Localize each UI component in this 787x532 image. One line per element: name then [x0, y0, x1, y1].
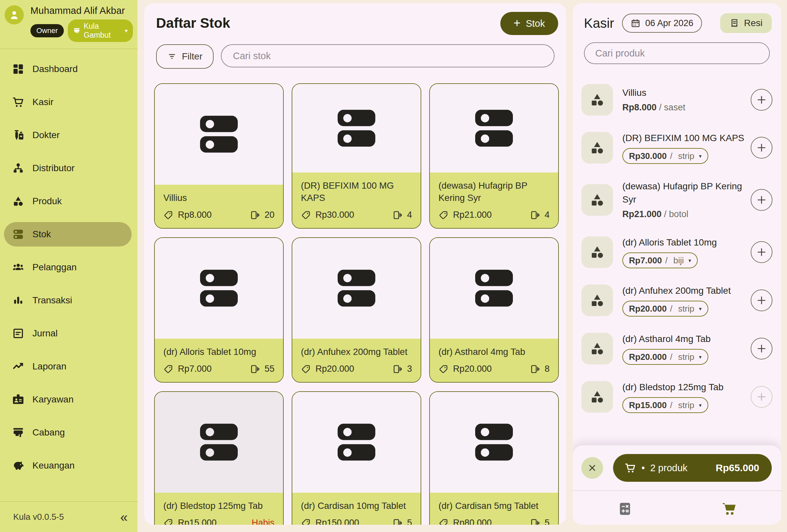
tab-cart[interactable] [677, 501, 781, 517]
unit-selector-chip[interactable]: Rp7.000 / biji ▾ [622, 252, 698, 268]
app-version: Kula v0.0.5-5 [13, 512, 64, 522]
add-to-cart-button[interactable] [751, 189, 772, 211]
cart-icon [721, 501, 737, 517]
stock-count-icon [250, 210, 260, 220]
sidebar-item-kasir[interactable]: Kasir [0, 86, 137, 119]
sidebar-item-keuangan[interactable]: Keuangan [0, 449, 137, 482]
cart-summary-button[interactable]: • 2 produk Rp65.000 [613, 454, 772, 482]
stock-card[interactable]: (dr) Alloris Tablet 10mg Rp7.000 55 [154, 237, 284, 383]
stock-card[interactable]: Villius Rp8.000 20 [154, 83, 284, 229]
bullet: • [641, 463, 645, 473]
stock-panel: Daftar Stok + Stok Filter Villius [144, 3, 566, 525]
product-name: (dr) Astharol 4mg Tab [439, 346, 550, 358]
date-picker[interactable]: 06 Apr 2026 [622, 14, 702, 33]
stock-card-footer: (dr) Alloris Tablet 10mg Rp7.000 55 [155, 339, 283, 382]
add-to-cart-button[interactable] [751, 338, 772, 359]
clear-cart-button[interactable] [581, 457, 603, 479]
kasir-title: Kasir [584, 16, 614, 31]
sidebar-item-produk[interactable]: Produk [0, 185, 137, 218]
receipt-button[interactable]: Resi [720, 13, 772, 33]
nav-icon [12, 360, 24, 373]
unit-selector-chip[interactable]: Rp20.000 / strip ▾ [622, 301, 708, 316]
sidebar-footer: Kula v0.0.5-5 « [0, 501, 137, 532]
stock-card-footer: (dr) Anfuhex 200mg Tablet Rp20.000 3 [292, 339, 421, 382]
stock-card-footer: (dewasa) Hufagrip BP Kering Syr Rp21.000… [430, 173, 558, 228]
add-stock-button[interactable]: + Stok [500, 12, 558, 35]
product-placeholder-icon [469, 417, 519, 467]
sidebar-item-pelanggan[interactable]: Pelanggan [0, 251, 137, 284]
sidebar-item-distributor[interactable]: Distributor [0, 152, 137, 185]
nav-label: Produk [33, 196, 62, 206]
unit-selector-chip[interactable]: Rp15.000 / strip ▾ [622, 397, 708, 413]
product-name: (DR) BEFIXIM 100 MG KAPS [301, 180, 412, 204]
sidebar-item-dokter[interactable]: Dokter [0, 119, 137, 152]
product-name: (dr) Alloris Tablet 10mg [622, 236, 746, 249]
sidebar-item-cabang[interactable]: Cabang [0, 416, 137, 449]
stock-count: 5 [545, 518, 550, 525]
collapse-sidebar-button[interactable]: « [120, 511, 128, 524]
sidebar-item-laporan[interactable]: Laporan [0, 350, 137, 383]
product-price: Rp20.000 [316, 364, 354, 374]
add-to-cart-button[interactable] [751, 289, 772, 311]
product-image-placeholder [155, 238, 283, 339]
product-name: (dr) Astharol 4mg Tab [622, 332, 746, 346]
branch-selector[interactable]: Kula Gambut ▾ [68, 20, 133, 42]
stock-card-footer: (dr) Cardisan 10mg Tablet Rp150.000 5 [292, 493, 421, 525]
nav-label: Dokter [33, 130, 60, 140]
nav-label: Jurnal [33, 328, 58, 339]
nav-icon [12, 459, 24, 472]
calendar-icon [631, 18, 640, 28]
sidebar-item-dashboard[interactable]: Dashboard [0, 52, 137, 86]
product-placeholder-icon [331, 263, 382, 313]
product-name: (dewasa) Hufagrip BP Kering Syr [439, 180, 550, 204]
add-to-cart-button[interactable] [751, 386, 772, 408]
nav-icon [12, 228, 24, 241]
filter-icon [167, 52, 176, 61]
stock-card[interactable]: (dr) Astharol 4mg Tab Rp20.000 8 [429, 237, 559, 383]
avatar[interactable] [5, 5, 24, 24]
unit-selector-chip[interactable]: Rp30.000 / strip ▾ [622, 148, 708, 164]
calculator-icon [617, 501, 633, 516]
product-search-input[interactable] [584, 42, 770, 64]
nav-icon [12, 63, 24, 75]
product-price: Rp30.000 [629, 151, 667, 161]
add-to-cart-button[interactable] [751, 241, 772, 263]
nav-label: Distributor [33, 163, 75, 174]
product-image-placeholder [292, 84, 421, 173]
add-to-cart-button[interactable] [751, 89, 772, 111]
product-unit: strip [678, 304, 695, 314]
add-to-cart-button[interactable] [751, 137, 772, 159]
plus-icon [756, 94, 767, 106]
sidebar-item-jurnal[interactable]: Jurnal [0, 317, 137, 350]
sidebar-item-transaksi[interactable]: Transaksi [0, 284, 137, 317]
stock-card[interactable]: (dr) Cardisan 10mg Tablet Rp150.000 5 [292, 391, 421, 525]
product-unit: strip [678, 352, 695, 362]
nav-label: Transaksi [33, 295, 72, 306]
product-name: (dr) Anfuhex 200mg Tablet [622, 284, 746, 297]
kasir-product-row: (dr) Anfuhex 200mg Tablet Rp20.000 / str… [581, 284, 772, 316]
price-tag-icon [301, 518, 311, 525]
sidebar-item-stok[interactable]: Stok [0, 218, 137, 251]
kasir-product-row: (dewasa) Hufagrip BP Kering Syr Rp21.000… [581, 180, 772, 220]
product-name: (dr) Anfuhex 200mg Tablet [301, 346, 412, 358]
nav-label: Pelanggan [33, 262, 77, 273]
stock-card[interactable]: (dr) Cardisan 5mg Tablet Rp80.000 5 [429, 391, 559, 525]
unit-selector-chip[interactable]: Rp20.000 / strip ▾ [622, 349, 708, 365]
stock-search-input[interactable] [221, 44, 555, 67]
product-name: Villius [622, 86, 746, 99]
page-title: Daftar Stok [156, 15, 558, 31]
product-price-line: Rp21.000 / botol [622, 208, 746, 220]
sidebar-item-karyawan[interactable]: Karyawan [0, 383, 137, 416]
stock-card[interactable]: (dr) Anfuhex 200mg Tablet Rp20.000 3 [292, 237, 421, 383]
nav-icon [12, 327, 24, 340]
filter-button[interactable]: Filter [156, 44, 214, 69]
product-thumbnail [581, 333, 613, 364]
stock-card[interactable]: (dr) Bledstop 125mg Tab Rp15.000 Habis [154, 391, 284, 525]
plus-icon [756, 343, 767, 355]
stock-card[interactable]: (DR) BEFIXIM 100 MG KAPS Rp30.000 4 [292, 83, 421, 229]
kasir-product-row: (dr) Bledstop 125mg Tab Rp15.000 / strip… [581, 381, 772, 413]
cart-icon [624, 462, 636, 474]
stock-count: 20 [264, 210, 274, 220]
stock-card[interactable]: (dewasa) Hufagrip BP Kering Syr Rp21.000… [429, 83, 559, 229]
tab-calculator[interactable] [573, 501, 677, 516]
